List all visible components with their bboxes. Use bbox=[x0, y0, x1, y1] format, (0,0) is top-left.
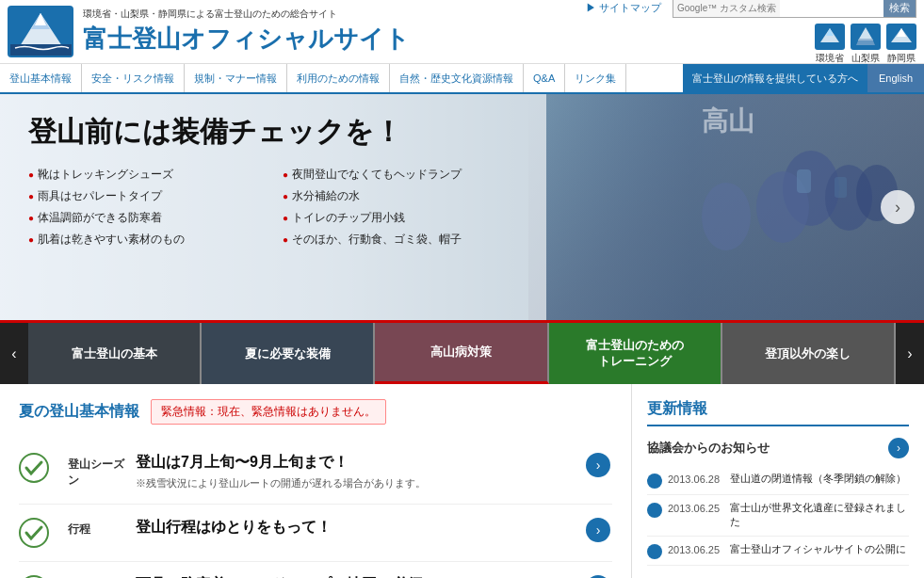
news-bullet-0 bbox=[647, 474, 662, 489]
nav-info-button[interactable]: 富士登山の情報を提供している方へ bbox=[683, 64, 867, 92]
tab-summer[interactable]: 夏に必要な装備 bbox=[202, 323, 375, 384]
svg-rect-19 bbox=[797, 169, 811, 193]
season-sub: ※残雪状況により登山ルートの開通が遅れる場合があります。 bbox=[136, 476, 573, 490]
check-item-2: 雨具はセパレートタイプ bbox=[28, 188, 264, 204]
check-item-3: 水分補給の水 bbox=[283, 188, 518, 204]
env-label: 環境省 bbox=[816, 52, 844, 65]
itinerary-content: 登山行程はゆとりをもって！ bbox=[136, 518, 573, 541]
news-item-1[interactable]: 2013.06.25 富士山が世界文化遺産に登録されました bbox=[647, 495, 909, 537]
tab-basic-label: 富士登山の基本 bbox=[72, 345, 157, 362]
nav-right: 富士登山の情報を提供している方へ English bbox=[683, 64, 924, 92]
itinerary-arrow-circle[interactable]: › bbox=[586, 518, 610, 542]
news-date-0: 2013.06.28 bbox=[668, 474, 724, 485]
shizuoka-logo[interactable]: 静岡県 bbox=[886, 24, 916, 65]
nav-nature[interactable]: 自然・歴史文化資源情報 bbox=[390, 64, 524, 92]
section-title: 夏の登山基本情報 bbox=[19, 402, 139, 422]
env-icon bbox=[815, 24, 845, 50]
sitemap-link[interactable]: ▶ サイトマップ bbox=[586, 1, 661, 15]
news-bullet-2 bbox=[647, 544, 662, 559]
right-section-title: 更新情報 bbox=[647, 399, 909, 426]
itinerary-checkmark-icon bbox=[19, 518, 49, 548]
season-arrow-circle[interactable]: › bbox=[586, 453, 610, 477]
tab-bar: ‹ 富士登山の基本 夏に必要な装備 高山病対策 富士登山のための トレーニング … bbox=[0, 320, 924, 384]
hero-title: 登山前には装備チェックを！ bbox=[28, 113, 518, 152]
tab-prev-button[interactable]: ‹ bbox=[0, 323, 28, 384]
emergency-badge: 緊急情報：現在、緊急情報はありません。 bbox=[151, 399, 386, 425]
equipment-row: 装備 雨具と防寒着、ヘッドランプ、地図は必須！ › bbox=[19, 562, 612, 578]
check-item-7: そのほか、行動食、ゴミ袋、帽子 bbox=[283, 232, 518, 248]
logo-title: 富士登山オフィシャルサイト bbox=[83, 23, 410, 56]
main-right: 更新情報 協議会からのお知らせ › 2013.06.28 登山道の閉道情報（冬季… bbox=[632, 384, 924, 578]
header: 環境省・山梨県・静岡県による富士登山のための総合サイト 富士登山オフィシャルサイ… bbox=[0, 0, 924, 64]
env-logo[interactable]: 環境省 bbox=[815, 24, 845, 65]
kyogikai-title-row: 協議会からのお知らせ › bbox=[647, 438, 909, 458]
check-item-6: 肌着は乾きやすい素材のもの bbox=[28, 232, 264, 248]
nav-basic[interactable]: 登山基本情報 bbox=[0, 64, 82, 92]
nav-bar: 登山基本情報 安全・リスク情報 規制・マナー情報 利用のための情報 自然・歴史文… bbox=[0, 64, 924, 94]
check-item-5: トイレのチップ用小銭 bbox=[283, 210, 518, 226]
news-bullet-1 bbox=[647, 503, 662, 518]
search-input-wrap: Google™ カスタム検索 検索 bbox=[673, 0, 916, 18]
tab-other[interactable]: 登頂以外の楽し bbox=[722, 323, 896, 384]
season-icon-area bbox=[19, 453, 57, 483]
nav-english-button[interactable]: English bbox=[867, 64, 924, 92]
search-input[interactable] bbox=[780, 1, 883, 16]
hero-checklist: 靴はトレッキングシューズ 夜間登山でなくてもヘッドランプ 雨具はセパレートタイプ… bbox=[28, 167, 518, 248]
news-item-2[interactable]: 2013.06.25 富士登山オフィシャルサイトの公開に bbox=[647, 537, 909, 566]
check-item-0: 靴はトレッキングシューズ bbox=[28, 167, 264, 183]
nav-qa[interactable]: Q&A bbox=[524, 64, 565, 92]
hero-watermark: 高山 bbox=[702, 104, 754, 139]
itinerary-label: 行程 bbox=[68, 518, 124, 538]
season-content: 登山は7月上旬〜9月上旬まで！ ※残雪状況により登山ルートの開通が遅れる場合があ… bbox=[136, 453, 573, 490]
news-item-0[interactable]: 2013.06.28 登山道の閉道情報（冬季閉鎖の解除） bbox=[647, 466, 909, 495]
tab-training-label: 富士登山のための トレーニング bbox=[586, 338, 684, 370]
tab-altitude[interactable]: 高山病対策 bbox=[375, 323, 548, 384]
svg-rect-20 bbox=[835, 177, 847, 198]
logo-text-area: 環境省・山梨県・静岡県による富士登山のための総合サイト 富士登山オフィシャルサイ… bbox=[83, 8, 410, 56]
main-left: 夏の登山基本情報 緊急情報：現在、緊急情報はありません。 登山シーズン 登山は7… bbox=[0, 384, 632, 578]
logo-subtitle: 環境省・山梨県・静岡県による富士登山のための総合サイト bbox=[83, 8, 410, 21]
itinerary-row: 行程 登山行程はゆとりをもって！ › bbox=[19, 505, 612, 562]
season-main: 登山は7月上旬〜9月上旬まで！ bbox=[136, 453, 573, 473]
tab-training[interactable]: 富士登山のための トレーニング bbox=[549, 323, 722, 384]
nav-rules[interactable]: 規制・マナー情報 bbox=[185, 64, 287, 92]
yamanashi-logo[interactable]: 山梨県 bbox=[851, 24, 881, 65]
search-button[interactable]: 検索 bbox=[883, 0, 916, 17]
news-date-1: 2013.06.25 bbox=[668, 503, 724, 514]
check-item-1: 夜間登山でなくてもヘッドランプ bbox=[283, 167, 518, 183]
hero-next-arrow[interactable]: › bbox=[881, 190, 915, 224]
nav-usage[interactable]: 利用のための情報 bbox=[287, 64, 390, 92]
hero-people-silhouette bbox=[547, 122, 905, 311]
logo-image bbox=[8, 6, 73, 57]
search-area: ▶ サイトマップ Google™ カスタム検索 検索 bbox=[586, 0, 916, 18]
season-checkmark-icon bbox=[19, 453, 49, 483]
nav-safety[interactable]: 安全・リスク情報 bbox=[82, 64, 185, 92]
svg-marker-10 bbox=[856, 39, 875, 45]
search-label: Google™ カスタム検索 bbox=[673, 0, 780, 17]
tab-summer-label: 夏に必要な装備 bbox=[245, 345, 331, 362]
tab-next-button[interactable]: › bbox=[896, 323, 924, 384]
itinerary-arrow[interactable]: › bbox=[584, 518, 612, 542]
itinerary-main: 登山行程はゆとりをもって！ bbox=[136, 518, 573, 538]
itinerary-icon-area bbox=[19, 518, 57, 548]
news-text-1: 富士山が世界文化遺産に登録されました bbox=[730, 501, 909, 530]
nav-links[interactable]: リンク集 bbox=[565, 64, 626, 92]
main-content: 夏の登山基本情報 緊急情報：現在、緊急情報はありません。 登山シーズン 登山は7… bbox=[0, 384, 924, 578]
svg-point-18 bbox=[702, 183, 751, 250]
header-right: ▶ サイトマップ Google™ カスタム検索 検索 環境省 bbox=[586, 0, 916, 65]
news-date-2: 2013.06.25 bbox=[668, 544, 724, 555]
yamanashi-label: 山梨県 bbox=[851, 52, 880, 65]
section-title-row: 夏の登山基本情報 緊急情報：現在、緊急情報はありません。 bbox=[19, 399, 612, 425]
season-row: 登山シーズン 登山は7月上旬〜9月上旬まで！ ※残雪状況により登山ルートの開通が… bbox=[19, 440, 612, 505]
svg-point-21 bbox=[20, 454, 48, 482]
kyogikai-section: 協議会からのお知らせ › 2013.06.28 登山道の閉道情報（冬季閉鎖の解除… bbox=[647, 438, 909, 566]
shizuoka-label: 静岡県 bbox=[887, 52, 916, 65]
tab-basic[interactable]: 富士登山の基本 bbox=[28, 323, 202, 384]
news-text-0: 登山道の閉道情報（冬季閉鎖の解除） bbox=[730, 472, 906, 486]
kyogikai-arrow[interactable]: › bbox=[888, 438, 909, 458]
prefecture-logos: 環境省 山梨県 bbox=[815, 24, 916, 65]
tab-other-label: 登頂以外の楽し bbox=[765, 345, 851, 362]
kyogikai-title: 協議会からのお知らせ bbox=[647, 440, 770, 457]
tab-altitude-label: 高山病対策 bbox=[430, 344, 492, 361]
season-arrow[interactable]: › bbox=[584, 453, 612, 477]
